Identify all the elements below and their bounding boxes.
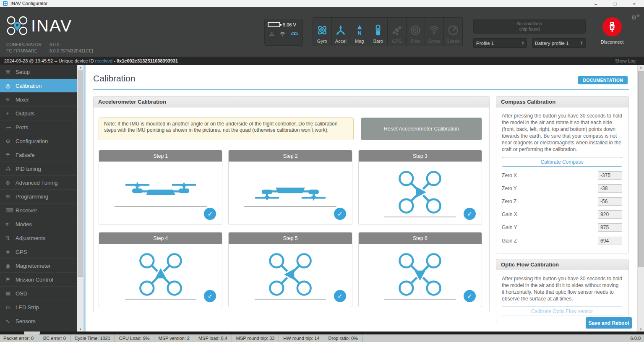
- device-id: 0x1c002e3132511038393931: [117, 58, 178, 63]
- documentation-button[interactable]: DOCUMENTATION: [578, 76, 628, 84]
- field-row-gain-z: Gain Z: [502, 234, 622, 247]
- transmitter-icon: ⌨: [5, 207, 16, 214]
- sidebar-item-led-strip[interactable]: ⊙LED Strip: [0, 300, 77, 314]
- firmware-version: 6.0.0 [STM32F411CE]: [50, 48, 93, 54]
- outputs-icon: ⚡: [5, 110, 16, 117]
- ground-line: [244, 206, 336, 207]
- panel-title: Accelerometer Calibration: [94, 97, 489, 107]
- drone-top-view-up-icon: [137, 251, 184, 298]
- sidebar-item-mixer[interactable]: ✳Mixer: [0, 93, 77, 107]
- sidebar-item-outputs[interactable]: ⚡Outputs: [0, 107, 77, 120]
- flow-lens-icon: [410, 22, 421, 39]
- calibrate-optic-flow-button[interactable]: Calibrate Optic Flow sensor: [502, 306, 622, 316]
- minimize-icon[interactable]: –: [586, 0, 605, 7]
- zero-z-input[interactable]: [598, 197, 622, 206]
- battery-profile-select[interactable]: Battery profile 1 ▲▼: [532, 38, 586, 48]
- zero-x-input[interactable]: [598, 171, 622, 180]
- sidebar-item-pid-tuning[interactable]: ⁂PID tuning: [0, 162, 77, 176]
- sidebar-item-gps[interactable]: ★GPS: [0, 245, 77, 259]
- sliders-icon: ⇅: [5, 235, 16, 241]
- battery-icon: [268, 22, 280, 27]
- page-title: Calibration: [93, 73, 629, 84]
- field-row-gain-y: Gain Y: [502, 221, 622, 234]
- close-icon[interactable]: ×: [625, 0, 644, 7]
- sidebar-item-magnetometer[interactable]: ◉Magnetometer: [0, 259, 77, 273]
- profile-select[interactable]: Profile 1 ▲▼: [473, 38, 527, 48]
- scroll-down-icon[interactable]: ▼: [638, 328, 644, 331]
- zero-y-input[interactable]: [598, 184, 622, 193]
- log-resize-grip: [24, 332, 40, 334]
- app-icon: [3, 1, 8, 6]
- scroll-up-icon[interactable]: ▲: [77, 66, 83, 69]
- failsafe-parachute-icon: [279, 31, 286, 37]
- cpu-load-status: CPU Load: 9%: [115, 334, 154, 342]
- sidebar-item-programming[interactable]: ⚙Programming: [0, 190, 77, 204]
- scroll-up-icon[interactable]: ▲: [638, 66, 644, 69]
- calibration-step-card: Step 2: [228, 150, 352, 225]
- step-complete-check-icon: ✓: [334, 208, 346, 220]
- gain-y-input[interactable]: [598, 223, 622, 232]
- gain-z-input[interactable]: [598, 237, 622, 245]
- sensor-accel: Accel: [332, 18, 351, 46]
- sidebar-scrollbar[interactable]: ▲ ▼: [77, 65, 83, 332]
- disconnect-button[interactable]: Disconnect: [598, 17, 626, 44]
- sidebar-item-osd[interactable]: ▤OSD: [0, 287, 77, 300]
- inav-logo: INAV: [6, 16, 72, 36]
- calibrate-compass-button[interactable]: Calibrate Compass: [502, 157, 622, 167]
- scrollbar-thumb[interactable]: [638, 71, 644, 267]
- sensor-sonar: Sonar: [425, 18, 444, 46]
- settings-gear-icon[interactable]: ⚙⚙: [631, 14, 640, 21]
- drone-logo-icon: [6, 16, 29, 36]
- sidebar-nav: ⚒Setup ◎Calibration ✳Mixer ⚡Outputs ⊶Por…: [0, 65, 77, 332]
- osd-screen-icon: ▤: [5, 290, 16, 297]
- compass-icon: ◉: [5, 263, 16, 269]
- show-log-button[interactable]: Show Log: [615, 58, 636, 63]
- sonar-waves-icon: [429, 22, 440, 39]
- status-bar: Packet error: 0 I2C error: 0 Cycle Time:…: [0, 334, 644, 342]
- optic-flow-description: After pressing the button you have 30 se…: [502, 275, 622, 302]
- sidebar-item-advanced-tuning[interactable]: ⊛Advanced Tuning: [0, 176, 77, 190]
- sidebar-item-mission-control[interactable]: ⚑Mission Control: [0, 273, 77, 287]
- ground-line: [255, 299, 326, 300]
- sidebar-item-modes[interactable]: ≡Modes: [0, 217, 77, 231]
- mixer-rotor-icon: ✳: [5, 97, 16, 103]
- scroll-down-icon[interactable]: ▼: [77, 328, 83, 331]
- step-complete-check-icon: ✓: [464, 208, 476, 220]
- panel-title: Compass Calibration: [496, 97, 628, 107]
- link-icon: [291, 31, 298, 37]
- ground-line: [384, 217, 456, 217]
- version-info: CONFIGURATOR 6.0.0 FC FIRMWARE 6.0.0 [ST…: [6, 42, 93, 54]
- configurator-version: 6.0.0: [50, 42, 59, 48]
- calibration-step-card: Step 3: [358, 150, 482, 225]
- sidebar-item-ports[interactable]: ⊶Ports: [0, 120, 77, 134]
- ground-line: [115, 206, 207, 207]
- usb-disconnect-icon[interactable]: [602, 17, 622, 37]
- log-entry: 2024-09-28 @ 19:45:52 -- Unique device I…: [4, 58, 178, 63]
- maximize-icon[interactable]: □: [605, 0, 625, 7]
- speed-gauge-icon: [448, 22, 459, 39]
- sensor-gps: GPS: [388, 18, 407, 46]
- scrollbar-thumb[interactable]: [78, 70, 83, 277]
- gain-x-input[interactable]: [598, 210, 622, 219]
- sidebar-item-setup[interactable]: ⚒Setup: [0, 65, 77, 79]
- sidebar-item-adjustments[interactable]: ⇅Adjustments: [0, 231, 77, 245]
- drone-top-view-left-icon: [267, 251, 314, 298]
- drop-ratio-status: Drop ratio: 0%: [324, 334, 362, 342]
- gyro-atom-icon: [316, 22, 328, 39]
- sidebar-item-failsafe[interactable]: ☂Failsafe: [0, 148, 77, 162]
- content-scrollbar[interactable]: ▲ ▼: [637, 65, 644, 332]
- save-and-reboot-button[interactable]: Save and Reboot: [586, 317, 632, 329]
- sitemap-icon: ⁂: [5, 166, 16, 172]
- sensor-status-bar: Gyro Accel N Mag Baro GPS: [313, 17, 463, 46]
- sidebar-item-sensors[interactable]: ∿Sensors: [0, 314, 77, 328]
- cycle-time-status: Cycle Time: 1021: [70, 334, 115, 342]
- sidebar-item-calibration[interactable]: ◎Calibration: [0, 79, 77, 93]
- firmware-label: FC FIRMWARE: [6, 48, 50, 54]
- logo-title: INAV: [31, 17, 72, 34]
- baro-thermometer-icon: [373, 22, 383, 39]
- sidebar-item-configuration[interactable]: ⚙Configuration: [0, 134, 77, 148]
- app-header: INAV CONFIGURATOR 6.0.0 FC FIRMWARE 6.0.…: [0, 7, 644, 57]
- advanced-tuning-icon: ⊛: [5, 180, 16, 186]
- sidebar-item-receiver[interactable]: ⌨Receiver: [0, 204, 77, 217]
- reset-accelerometer-button[interactable]: Reset Accelerometer Calibration: [361, 117, 482, 140]
